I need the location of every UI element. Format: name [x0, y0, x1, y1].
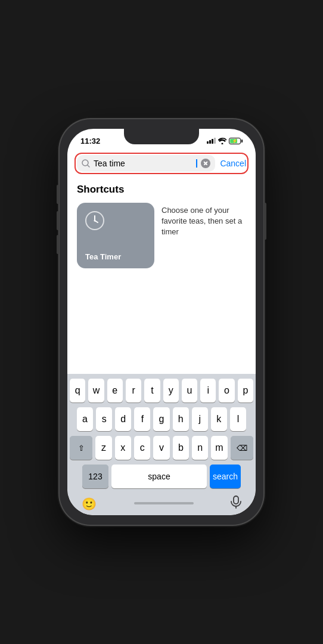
key-n[interactable]: n: [192, 436, 208, 460]
search-bar[interactable]: Tea time: [77, 155, 215, 172]
search-input-value: Tea time: [94, 159, 192, 168]
key-d[interactable]: d: [115, 407, 131, 431]
key-c[interactable]: c: [134, 436, 150, 460]
key-w[interactable]: w: [88, 379, 104, 402]
search-icon: [82, 159, 90, 168]
text-cursor: [196, 159, 197, 168]
battery-icon: ⚡: [229, 138, 243, 144]
status-icons: ⚡: [207, 138, 243, 144]
key-f[interactable]: f: [134, 407, 150, 431]
key-j[interactable]: j: [192, 407, 208, 431]
key-s[interactable]: s: [96, 407, 112, 431]
key-o[interactable]: o: [219, 379, 234, 402]
shortcut-item[interactable]: Tea Timer Choose one of your favorite te…: [77, 203, 246, 268]
keyboard-row-3: ⇧ z x c v b n m ⌫: [70, 436, 253, 460]
key-b[interactable]: b: [173, 436, 189, 460]
search-area: Tea time Cancel: [67, 150, 256, 179]
shift-key[interactable]: ⇧: [70, 436, 92, 460]
keyboard: q w e r t y u i o p a s d f g h j k: [67, 374, 256, 515]
shortcuts-section: Shortcuts Tea Timer Choose one of your f…: [67, 179, 256, 273]
emoji-icon[interactable]: 🙂: [82, 497, 97, 511]
key-m[interactable]: m: [211, 436, 227, 460]
key-l[interactable]: l: [230, 407, 246, 431]
search-row: Tea time Cancel: [77, 155, 246, 172]
delete-key[interactable]: ⌫: [231, 436, 253, 460]
search-clear-button[interactable]: [201, 159, 210, 168]
keyboard-row-4: 123 space search: [70, 465, 253, 488]
numbers-key[interactable]: 123: [82, 465, 108, 488]
key-a[interactable]: a: [77, 407, 93, 431]
svg-rect-6: [234, 496, 238, 504]
key-r[interactable]: r: [126, 379, 141, 402]
home-indicator: [134, 502, 194, 504]
phone-screen: 11:32 ⚡: [67, 129, 256, 515]
signal-bars-icon: [207, 138, 216, 144]
wifi-icon: [218, 138, 226, 144]
key-x[interactable]: x: [115, 436, 131, 460]
svg-point-5: [94, 220, 96, 222]
phone-frame: 11:32 ⚡: [60, 119, 263, 525]
notch: [124, 129, 199, 144]
mic-icon[interactable]: [231, 496, 241, 512]
keyboard-row-1: q w e r t y u i o p: [70, 379, 253, 402]
key-y[interactable]: y: [163, 379, 179, 402]
key-k[interactable]: k: [211, 407, 227, 431]
shortcut-card-label: Tea Timer: [85, 252, 121, 261]
shortcut-description: Choose one of your favorite teas, then s…: [162, 203, 246, 238]
key-g[interactable]: g: [153, 407, 169, 431]
key-p[interactable]: p: [238, 379, 253, 402]
search-bar-wrapper: Tea time Cancel: [74, 153, 249, 174]
key-v[interactable]: v: [153, 436, 169, 460]
key-u[interactable]: u: [182, 379, 197, 402]
shortcuts-title: Shortcuts: [77, 184, 246, 196]
key-q[interactable]: q: [70, 379, 85, 402]
space-key[interactable]: space: [111, 465, 207, 488]
key-i[interactable]: i: [200, 379, 216, 402]
key-h[interactable]: h: [173, 407, 189, 431]
clock-icon: [85, 211, 104, 230]
keyboard-bottom-bar: 🙂: [70, 493, 253, 513]
cancel-button[interactable]: Cancel: [220, 159, 246, 168]
shortcut-card-icon: [85, 211, 104, 233]
status-time: 11:32: [80, 137, 100, 145]
key-e[interactable]: e: [107, 379, 123, 402]
key-z[interactable]: z: [95, 436, 111, 460]
keyboard-row-2: a s d f g h j k l: [70, 407, 253, 431]
svg-line-1: [88, 165, 89, 167]
key-t[interactable]: t: [144, 379, 160, 402]
search-key[interactable]: search: [210, 465, 241, 488]
shortcut-card[interactable]: Tea Timer: [77, 203, 154, 268]
